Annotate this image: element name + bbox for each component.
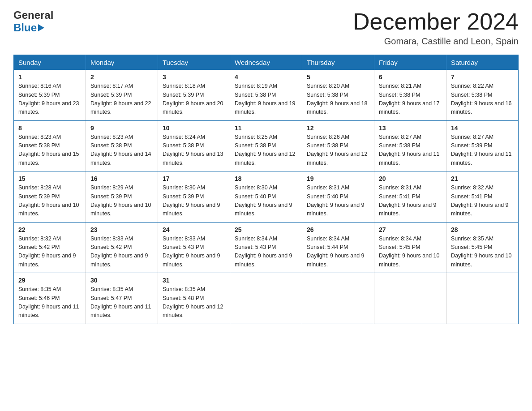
day-number: 18 — [235, 175, 297, 182]
calendar-week-row: 22Sunrise: 8:32 AMSunset: 5:42 PMDayligh… — [14, 222, 519, 273]
calendar-header-sunday: Sunday — [14, 55, 86, 70]
page-header: General Blue December 2024 Gomara, Casti… — [13, 9, 519, 47]
calendar-cell: 9Sunrise: 8:23 AMSunset: 5:38 PMDaylight… — [86, 120, 158, 171]
calendar-cell: 15Sunrise: 8:28 AMSunset: 5:39 PMDayligh… — [14, 171, 86, 223]
calendar-header-wednesday: Wednesday — [230, 55, 302, 70]
calendar-cell — [230, 273, 302, 324]
calendar-week-row: 29Sunrise: 8:35 AMSunset: 5:46 PMDayligh… — [14, 273, 519, 324]
calendar-cell: 4Sunrise: 8:19 AMSunset: 5:38 PMDaylight… — [230, 70, 302, 120]
calendar-table: SundayMondayTuesdayWednesdayThursdayFrid… — [13, 55, 519, 324]
day-info: Sunrise: 8:23 AMSunset: 5:38 PMDaylight:… — [18, 134, 79, 166]
day-info: Sunrise: 8:35 AMSunset: 5:47 PMDaylight:… — [90, 286, 151, 318]
calendar-week-row: 1Sunrise: 8:16 AMSunset: 5:39 PMDaylight… — [14, 70, 519, 120]
logo: General Blue — [13, 9, 53, 34]
day-info: Sunrise: 8:16 AMSunset: 5:39 PMDaylight:… — [18, 83, 79, 115]
day-info: Sunrise: 8:18 AMSunset: 5:39 PMDaylight:… — [163, 83, 223, 115]
calendar-week-row: 8Sunrise: 8:23 AMSunset: 5:38 PMDaylight… — [14, 120, 519, 171]
calendar-cell — [302, 273, 374, 324]
day-number: 4 — [235, 73, 297, 81]
day-number: 20 — [379, 175, 442, 182]
calendar-cell: 6Sunrise: 8:21 AMSunset: 5:38 PMDaylight… — [374, 70, 446, 120]
calendar-cell: 22Sunrise: 8:32 AMSunset: 5:42 PMDayligh… — [14, 222, 86, 273]
calendar-cell: 10Sunrise: 8:24 AMSunset: 5:38 PMDayligh… — [158, 120, 230, 171]
day-number: 5 — [307, 73, 369, 81]
calendar-cell: 2Sunrise: 8:17 AMSunset: 5:39 PMDaylight… — [86, 70, 158, 120]
day-info: Sunrise: 8:28 AMSunset: 5:39 PMDaylight:… — [18, 184, 79, 217]
calendar-cell: 16Sunrise: 8:29 AMSunset: 5:39 PMDayligh… — [86, 171, 158, 223]
day-info: Sunrise: 8:31 AMSunset: 5:40 PMDaylight:… — [307, 184, 365, 217]
day-number: 11 — [235, 124, 297, 132]
day-info: Sunrise: 8:33 AMSunset: 5:42 PMDaylight:… — [90, 235, 148, 268]
day-info: Sunrise: 8:35 AMSunset: 5:46 PMDaylight:… — [18, 286, 79, 318]
calendar-header-thursday: Thursday — [302, 55, 374, 70]
day-number: 29 — [18, 277, 81, 284]
day-number: 31 — [163, 277, 225, 284]
calendar-cell: 17Sunrise: 8:30 AMSunset: 5:39 PMDayligh… — [158, 171, 230, 223]
calendar-cell: 11Sunrise: 8:25 AMSunset: 5:38 PMDayligh… — [230, 120, 302, 171]
calendar-header-friday: Friday — [374, 55, 446, 70]
calendar-cell: 28Sunrise: 8:35 AMSunset: 5:45 PMDayligh… — [446, 222, 519, 273]
day-info: Sunrise: 8:35 AMSunset: 5:45 PMDaylight:… — [451, 235, 512, 268]
calendar-cell: 24Sunrise: 8:33 AMSunset: 5:43 PMDayligh… — [158, 222, 230, 273]
calendar-header-row: SundayMondayTuesdayWednesdayThursdayFrid… — [14, 55, 519, 70]
day-number: 1 — [18, 73, 81, 81]
day-number: 21 — [451, 175, 514, 182]
calendar-cell: 8Sunrise: 8:23 AMSunset: 5:38 PMDaylight… — [14, 120, 86, 171]
day-number: 9 — [90, 124, 153, 132]
calendar-cell: 19Sunrise: 8:31 AMSunset: 5:40 PMDayligh… — [302, 171, 374, 223]
day-info: Sunrise: 8:27 AMSunset: 5:38 PMDaylight:… — [379, 134, 440, 166]
day-info: Sunrise: 8:31 AMSunset: 5:41 PMDaylight:… — [379, 184, 437, 217]
calendar-cell: 18Sunrise: 8:30 AMSunset: 5:40 PMDayligh… — [230, 171, 302, 223]
day-info: Sunrise: 8:17 AMSunset: 5:39 PMDaylight:… — [90, 83, 151, 115]
calendar-cell: 1Sunrise: 8:16 AMSunset: 5:39 PMDaylight… — [14, 70, 86, 120]
title-area: December 2024 Gomara, Castille and Leon,… — [353, 9, 519, 47]
day-info: Sunrise: 8:27 AMSunset: 5:39 PMDaylight:… — [451, 134, 512, 166]
day-number: 7 — [451, 73, 514, 81]
calendar-cell: 23Sunrise: 8:33 AMSunset: 5:42 PMDayligh… — [86, 222, 158, 273]
day-info: Sunrise: 8:32 AMSunset: 5:42 PMDaylight:… — [18, 235, 76, 268]
day-number: 16 — [90, 175, 153, 182]
month-title: December 2024 — [353, 9, 519, 34]
day-number: 8 — [18, 124, 81, 132]
day-info: Sunrise: 8:34 AMSunset: 5:45 PMDaylight:… — [379, 235, 440, 268]
day-info: Sunrise: 8:19 AMSunset: 5:38 PMDaylight:… — [235, 83, 296, 115]
calendar-header-saturday: Saturday — [446, 55, 519, 70]
calendar-header-tuesday: Tuesday — [158, 55, 230, 70]
day-number: 28 — [451, 226, 514, 233]
calendar-cell: 25Sunrise: 8:34 AMSunset: 5:43 PMDayligh… — [230, 222, 302, 273]
day-number: 10 — [163, 124, 225, 132]
calendar-cell — [446, 273, 519, 324]
calendar-cell: 3Sunrise: 8:18 AMSunset: 5:39 PMDaylight… — [158, 70, 230, 120]
logo-line2: Blue — [13, 21, 44, 34]
calendar-cell: 21Sunrise: 8:32 AMSunset: 5:41 PMDayligh… — [446, 171, 519, 223]
day-info: Sunrise: 8:34 AMSunset: 5:44 PMDaylight:… — [307, 235, 365, 268]
calendar-cell: 26Sunrise: 8:34 AMSunset: 5:44 PMDayligh… — [302, 222, 374, 273]
day-info: Sunrise: 8:35 AMSunset: 5:48 PMDaylight:… — [163, 286, 223, 318]
calendar-cell: 27Sunrise: 8:34 AMSunset: 5:45 PMDayligh… — [374, 222, 446, 273]
location-subtitle: Gomara, Castille and Leon, Spain — [353, 36, 519, 47]
day-info: Sunrise: 8:32 AMSunset: 5:41 PMDaylight:… — [451, 184, 509, 217]
day-number: 25 — [235, 226, 297, 233]
day-number: 15 — [18, 175, 81, 182]
day-number: 2 — [90, 73, 153, 81]
day-info: Sunrise: 8:26 AMSunset: 5:38 PMDaylight:… — [307, 134, 368, 166]
day-number: 23 — [90, 226, 153, 233]
day-info: Sunrise: 8:22 AMSunset: 5:38 PMDaylight:… — [451, 83, 512, 115]
calendar-cell: 30Sunrise: 8:35 AMSunset: 5:47 PMDayligh… — [86, 273, 158, 324]
day-info: Sunrise: 8:21 AMSunset: 5:38 PMDaylight:… — [379, 83, 440, 115]
calendar-cell: 31Sunrise: 8:35 AMSunset: 5:48 PMDayligh… — [158, 273, 230, 324]
day-info: Sunrise: 8:30 AMSunset: 5:39 PMDaylight:… — [163, 184, 220, 217]
day-number: 30 — [90, 277, 153, 284]
day-number: 27 — [379, 226, 442, 233]
calendar-cell: 14Sunrise: 8:27 AMSunset: 5:39 PMDayligh… — [446, 120, 519, 171]
day-number: 26 — [307, 226, 369, 233]
calendar-cell: 12Sunrise: 8:26 AMSunset: 5:38 PMDayligh… — [302, 120, 374, 171]
day-number: 13 — [379, 124, 442, 132]
logo-line1: General — [13, 9, 53, 21]
day-info: Sunrise: 8:33 AMSunset: 5:43 PMDaylight:… — [163, 235, 220, 268]
day-number: 17 — [163, 175, 225, 182]
day-number: 12 — [307, 124, 369, 132]
calendar-cell: 7Sunrise: 8:22 AMSunset: 5:38 PMDaylight… — [446, 70, 519, 120]
day-number: 22 — [18, 226, 81, 233]
calendar-cell: 20Sunrise: 8:31 AMSunset: 5:41 PMDayligh… — [374, 171, 446, 223]
